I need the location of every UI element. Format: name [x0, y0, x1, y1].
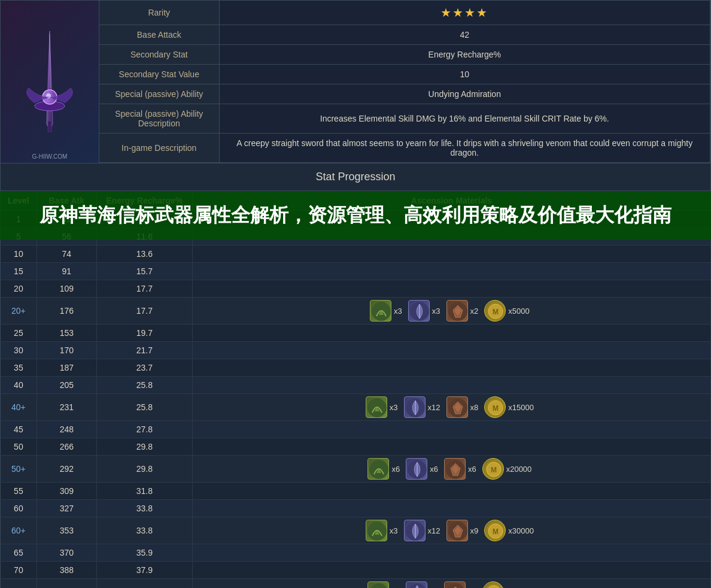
cell-er: 33.8 — [96, 517, 192, 544]
base-attack-row: Base Attack 42 — [99, 25, 710, 45]
svg-text:M: M — [493, 404, 499, 413]
mat-count-4: x30000 — [508, 526, 534, 535]
table-row: 4020525.8 — [1, 377, 711, 394]
passive-description-row: Special (passive) Ability Description In… — [99, 104, 710, 134]
cell-atk: 187 — [37, 359, 96, 377]
cell-materials — [192, 325, 710, 342]
cell-level: 40+ — [1, 394, 37, 421]
passive-ability-label: Special (passive) Ability — [99, 84, 219, 104]
svg-text:M: M — [491, 466, 497, 474]
mat-icon-claw — [370, 300, 391, 322]
mat-icon-mora: M — [482, 458, 504, 480]
table-row: 70+41437.9x6x9x6Mx35000 — [1, 579, 711, 589]
table-row: 5026629.8 — [1, 438, 711, 456]
passive-description-value: Increases Elemental Skill DMG by 16% and… — [219, 104, 710, 134]
table-row: 2010917.7 — [1, 280, 711, 298]
cell-er: 21.7 — [96, 342, 192, 359]
mat-count-2: x6 — [430, 465, 438, 474]
mat-count-3: x8 — [470, 403, 479, 412]
mat-icon-crystal — [446, 520, 468, 541]
mat-count-2: x12 — [428, 526, 440, 535]
cell-atk: 414 — [37, 579, 96, 589]
mat-count-3: x9 — [470, 526, 479, 535]
cell-er: 25.8 — [96, 394, 192, 421]
mat-icon-feather — [404, 396, 426, 418]
cell-atk: 74 — [37, 245, 96, 263]
table-row: 5530931.8 — [1, 483, 711, 500]
watermark: G-HIIW.COM — [1, 153, 99, 160]
passive-ability-value: Undying Admiration — [219, 84, 710, 104]
materials-container: x3x12x8Mx15000 — [198, 396, 706, 418]
stat-progression-table: Level Base Atk Energy Recharge% Ascensio… — [0, 191, 711, 588]
materials-container: x6x6x6Mx20000 — [198, 458, 706, 480]
table-row: 6537035.9 — [1, 544, 711, 562]
base-attack-value: 42 — [219, 25, 710, 45]
mat-count-4: x15000 — [508, 403, 534, 412]
secondary-stat-row: Secondary Stat Energy Recharge% — [99, 45, 710, 65]
cell-materials — [192, 245, 710, 263]
mat-icon-claw — [367, 458, 389, 480]
table-row: 60+35333.8x3x12x9Mx30000 — [1, 517, 711, 544]
mat-count-2: x3 — [432, 307, 440, 316]
table-row: 40+23125.8x3x12x8Mx15000 — [1, 394, 711, 421]
cell-atk: 153 — [37, 325, 96, 342]
ingame-description-value: A creepy straight sword that almost seem… — [219, 134, 710, 163]
cell-er: 35.9 — [96, 544, 192, 562]
stars: ★★★★ — [440, 6, 488, 19]
cell-level: 55 — [1, 483, 37, 500]
mat-icon-crystal — [446, 300, 468, 322]
mat-icon-feather — [406, 458, 427, 480]
mat-count-3: x2 — [470, 307, 479, 316]
mat-icon-mora: M — [484, 396, 506, 418]
section-title: Stat Progression — [0, 163, 711, 191]
cell-level: 40 — [1, 377, 37, 394]
cell-level: 30 — [1, 342, 37, 359]
overlay-container: 原神苇海信标武器属性全解析，资源管理、高效利用策略及价值最大化指南 Level … — [0, 191, 711, 588]
cell-materials: x6x6x6Mx20000 — [192, 456, 710, 483]
cell-atk: 388 — [37, 562, 96, 579]
table-row: 20+17617.7x3x3x2Mx5000 — [1, 298, 711, 325]
mat-count-1: x3 — [394, 307, 402, 316]
weapon-image-container: G-HIIW.COM — [1, 1, 99, 163]
cell-er: 17.7 — [96, 280, 192, 298]
cell-atk: 231 — [37, 394, 96, 421]
cell-materials — [192, 544, 710, 562]
rarity-row: Rarity ★★★★ — [99, 1, 710, 25]
materials-container: x3x3x2Mx5000 — [198, 300, 706, 322]
cell-materials — [192, 263, 710, 280]
cell-level: 65 — [1, 544, 37, 562]
table-row: 3518723.7 — [1, 359, 711, 377]
table-row: 159115.7 — [1, 263, 711, 280]
cell-materials — [192, 562, 710, 579]
cell-materials — [192, 377, 710, 394]
cell-atk: 327 — [37, 500, 96, 517]
mat-icon-feather — [404, 520, 426, 541]
mat-icon-claw — [366, 396, 387, 418]
cell-er: 33.8 — [96, 500, 192, 517]
cell-atk: 205 — [37, 377, 96, 394]
rarity-label: Rarity — [99, 1, 219, 25]
cell-materials: x6x9x6Mx35000 — [192, 579, 710, 589]
table-row: 4524827.8 — [1, 421, 711, 438]
mat-count-4: x5000 — [508, 307, 529, 316]
cell-atk: 176 — [37, 298, 96, 325]
svg-rect-4 — [48, 121, 51, 132]
table-row: 7038837.9 — [1, 562, 711, 579]
cell-er: 29.8 — [96, 456, 192, 483]
cell-atk: 248 — [37, 421, 96, 438]
cell-materials — [192, 483, 710, 500]
cell-materials — [192, 359, 710, 377]
table-row: 50+29229.8x6x6x6Mx20000 — [1, 456, 711, 483]
cell-atk: 353 — [37, 517, 96, 544]
cell-atk: 309 — [37, 483, 96, 500]
cell-materials — [192, 342, 710, 359]
cell-er: 29.8 — [96, 438, 192, 456]
cell-atk: 91 — [37, 263, 96, 280]
cell-level: 20+ — [1, 298, 37, 325]
mat-count-1: x3 — [390, 526, 398, 535]
weapon-image — [11, 28, 89, 136]
base-attack-label: Base Attack — [99, 25, 219, 45]
cell-er: 23.7 — [96, 359, 192, 377]
mat-icon-mora: M — [484, 520, 506, 541]
cell-er: 25.8 — [96, 377, 192, 394]
